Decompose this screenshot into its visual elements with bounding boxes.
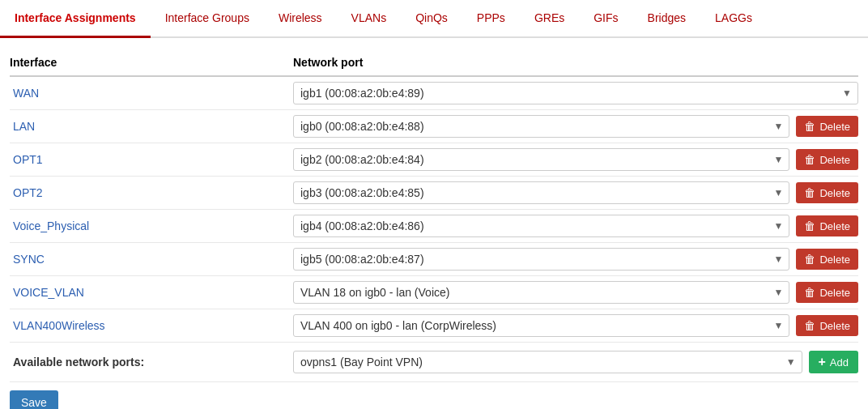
- trash-icon: 🗑: [804, 219, 815, 232]
- delete-button-label: Delete: [819, 287, 850, 299]
- network-port-select-vlan400wireless[interactable]: VLAN 400 on igb0 - lan (CorpWireless)igb…: [293, 314, 789, 337]
- select-wrapper-2: igb2 (00:08:a2:0b:e4:84)igb0 (00:08:a2:0…: [293, 148, 789, 171]
- network-col-3: igb3 (00:08:a2:0b:e4:85)igb0 (00:08:a2:0…: [293, 181, 858, 204]
- delete-button-label: Delete: [819, 253, 850, 266]
- network-port-select-opt2[interactable]: igb3 (00:08:a2:0b:e4:85)igb0 (00:08:a2:0…: [293, 181, 789, 204]
- tab-interface-groups[interactable]: Interface Groups: [151, 0, 264, 38]
- table-row: Voice_Physicaligb4 (00:08:a2:0b:e4:86)ig…: [10, 210, 858, 243]
- table-row: OPT2igb3 (00:08:a2:0b:e4:85)igb0 (00:08:…: [10, 177, 858, 210]
- delete-button-vlan400wireless[interactable]: 🗑Delete: [796, 315, 858, 336]
- interface-name-wan[interactable]: WAN: [10, 87, 293, 100]
- trash-icon: 🗑: [804, 253, 815, 266]
- interface-name-opt2[interactable]: OPT2: [10, 186, 293, 199]
- delete-button-lan[interactable]: 🗑Delete: [796, 116, 858, 137]
- tab-gifs[interactable]: GIFs: [579, 0, 632, 38]
- table-row: VLAN400WirelessVLAN 400 on igb0 - lan (C…: [10, 309, 858, 343]
- interface-rows: WANigb1 (00:08:a2:0b:e4:89)igb0 (00:08:a…: [10, 77, 858, 343]
- interface-name-sync[interactable]: SYNC: [10, 253, 293, 266]
- network-col-4: igb4 (00:08:a2:0b:e4:86)igb0 (00:08:a2:0…: [293, 215, 858, 237]
- network-col-5: igb5 (00:08:a2:0b:e4:87)igb0 (00:08:a2:0…: [293, 248, 858, 271]
- delete-button-label: Delete: [819, 320, 850, 332]
- tab-wireless[interactable]: Wireless: [264, 0, 337, 38]
- trash-icon: 🗑: [804, 120, 815, 133]
- interface-name-lan[interactable]: LAN: [10, 120, 293, 133]
- select-wrapper-6: VLAN 18 on igb0 - lan (Voice)igb0 (00:08…: [293, 281, 789, 304]
- network-col-2: igb2 (00:08:a2:0b:e4:84)igb0 (00:08:a2:0…: [293, 148, 858, 171]
- table-row: VOICE_VLANVLAN 18 on igb0 - lan (Voice)i…: [10, 276, 858, 309]
- select-wrapper-3: igb3 (00:08:a2:0b:e4:85)igb0 (00:08:a2:0…: [293, 181, 789, 204]
- available-ports-col: ovpns1 (Bay Point VPN)igb0 (00:08:a2:0b:…: [293, 351, 858, 373]
- delete-button-sync[interactable]: 🗑Delete: [796, 249, 858, 270]
- network-port-select-lan[interactable]: igb0 (00:08:a2:0b:e4:88)igb1 (00:08:a2:0…: [293, 115, 789, 138]
- select-wrapper-4: igb4 (00:08:a2:0b:e4:86)igb0 (00:08:a2:0…: [293, 215, 789, 237]
- column-interface: Interface: [10, 56, 293, 69]
- select-wrapper-5: igb5 (00:08:a2:0b:e4:87)igb0 (00:08:a2:0…: [293, 248, 789, 271]
- tab-qinqs[interactable]: QinQs: [401, 0, 462, 38]
- trash-icon: 🗑: [804, 153, 815, 166]
- tabs-bar: Interface AssignmentsInterface GroupsWir…: [0, 0, 868, 38]
- delete-button-voice_vlan[interactable]: 🗑Delete: [796, 282, 858, 303]
- network-port-select-wan[interactable]: igb1 (00:08:a2:0b:e4:89)igb0 (00:08:a2:0…: [293, 82, 858, 104]
- network-port-select-voice_physical[interactable]: igb4 (00:08:a2:0b:e4:86)igb0 (00:08:a2:0…: [293, 215, 789, 237]
- tab-laggs[interactable]: LAGGs: [700, 0, 767, 38]
- interface-name-opt1[interactable]: OPT1: [10, 153, 293, 166]
- network-col-7: VLAN 400 on igb0 - lan (CorpWireless)igb…: [293, 314, 858, 337]
- available-ports-label: Available network ports:: [10, 356, 293, 369]
- trash-icon: 🗑: [804, 286, 815, 299]
- table-row: SYNCigb5 (00:08:a2:0b:e4:87)igb0 (00:08:…: [10, 243, 858, 276]
- select-wrapper-0: igb1 (00:08:a2:0b:e4:89)igb0 (00:08:a2:0…: [293, 82, 858, 104]
- delete-button-opt2[interactable]: 🗑Delete: [796, 182, 858, 203]
- table-row: OPT1igb2 (00:08:a2:0b:e4:84)igb0 (00:08:…: [10, 143, 858, 177]
- add-button-label: Add: [830, 356, 849, 369]
- network-col-0: igb1 (00:08:a2:0b:e4:89)igb0 (00:08:a2:0…: [293, 82, 858, 104]
- main-content: Interface Network port WANigb1 (00:08:a2…: [0, 38, 868, 409]
- available-ports-select[interactable]: ovpns1 (Bay Point VPN)igb0 (00:08:a2:0b:…: [293, 351, 802, 373]
- delete-button-opt1[interactable]: 🗑Delete: [796, 149, 858, 170]
- table-header: Interface Network port: [10, 51, 858, 77]
- interface-name-voice_vlan[interactable]: VOICE_VLAN: [10, 286, 293, 299]
- save-button[interactable]: Save: [10, 390, 58, 409]
- tab-interface-assignments[interactable]: Interface Assignments: [0, 0, 151, 38]
- network-col-1: igb0 (00:08:a2:0b:e4:88)igb1 (00:08:a2:0…: [293, 115, 858, 138]
- network-port-select-sync[interactable]: igb5 (00:08:a2:0b:e4:87)igb0 (00:08:a2:0…: [293, 248, 789, 271]
- delete-button-label: Delete: [819, 121, 850, 133]
- delete-button-label: Delete: [819, 220, 850, 232]
- table-row: WANigb1 (00:08:a2:0b:e4:89)igb0 (00:08:a…: [10, 77, 858, 110]
- network-port-select-voice_vlan[interactable]: VLAN 18 on igb0 - lan (Voice)igb0 (00:08…: [293, 281, 789, 304]
- trash-icon: 🗑: [804, 186, 815, 199]
- interface-name-vlan400wireless[interactable]: VLAN400Wireless: [10, 319, 293, 332]
- tab-ppps[interactable]: PPPs: [462, 0, 520, 38]
- add-button[interactable]: + Add: [809, 351, 858, 373]
- trash-icon: 🗑: [804, 319, 815, 332]
- delete-button-voice_physical[interactable]: 🗑Delete: [796, 215, 858, 236]
- available-ports-select-wrapper: ovpns1 (Bay Point VPN)igb0 (00:08:a2:0b:…: [293, 351, 802, 373]
- bottom-row: Save: [10, 382, 858, 409]
- tab-vlans[interactable]: VLANs: [337, 0, 402, 38]
- select-wrapper-7: VLAN 400 on igb0 - lan (CorpWireless)igb…: [293, 314, 789, 337]
- network-port-select-opt1[interactable]: igb2 (00:08:a2:0b:e4:84)igb0 (00:08:a2:0…: [293, 148, 789, 171]
- available-ports-row: Available network ports: ovpns1 (Bay Poi…: [10, 343, 858, 382]
- interface-name-voice_physical[interactable]: Voice_Physical: [10, 219, 293, 232]
- tab-gres[interactable]: GREs: [520, 0, 579, 38]
- plus-icon: +: [819, 355, 826, 369]
- column-network-port: Network port: [293, 56, 858, 69]
- delete-button-label: Delete: [819, 187, 850, 199]
- select-wrapper-1: igb0 (00:08:a2:0b:e4:88)igb1 (00:08:a2:0…: [293, 115, 789, 138]
- tab-bridges[interactable]: Bridges: [633, 0, 700, 38]
- delete-button-label: Delete: [819, 154, 850, 166]
- table-row: LANigb0 (00:08:a2:0b:e4:88)igb1 (00:08:a…: [10, 110, 858, 143]
- network-col-6: VLAN 18 on igb0 - lan (Voice)igb0 (00:08…: [293, 281, 858, 304]
